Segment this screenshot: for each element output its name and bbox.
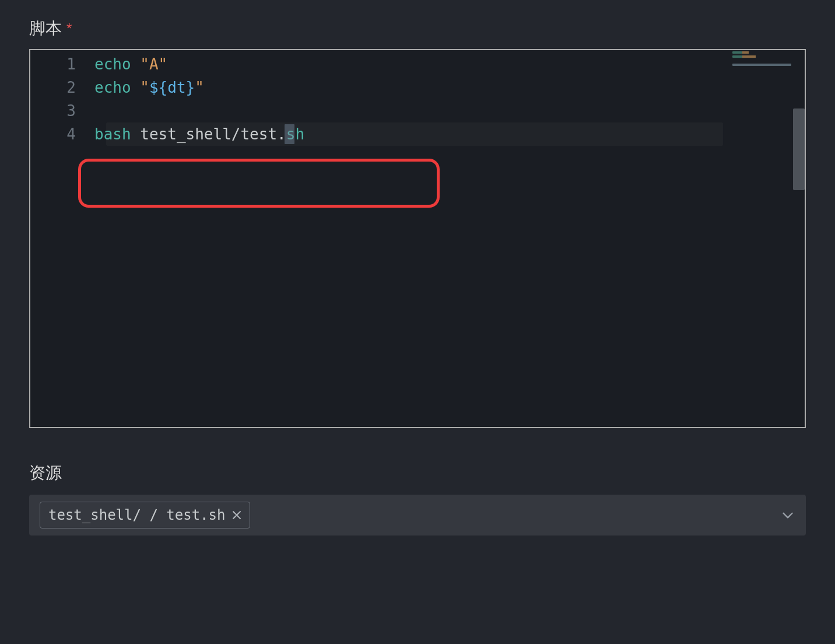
code-token [131,79,141,96]
resource-chip[interactable]: test_shell/ / test.sh [40,502,250,528]
resources-selector[interactable]: test_shell/ / test.sh [29,495,806,536]
editor-minimap[interactable] [732,51,798,92]
scrollbar-thumb[interactable] [793,108,805,190]
code-token: ${dt} [149,79,195,96]
editor-scrollbar[interactable] [793,50,805,427]
code-token: " [195,79,204,96]
resources-section-label: 资源 [29,462,806,484]
resource-chip-label: test_shell/ / test.sh [48,507,225,523]
code-line[interactable] [94,99,805,123]
line-number: 3 [30,99,76,123]
code-line[interactable]: bash test_shell/test.sh [94,123,805,146]
editor-gutter: 1234 [30,50,94,427]
minimap-line [732,64,791,66]
line-number: 2 [30,76,76,99]
code-token: " [140,79,149,96]
code-editor[interactable]: 1234 echo "A"echo "${dt}"bash test_shell… [29,49,806,428]
minimap-line [732,51,765,54]
script-label-text: 脚本 [29,18,62,40]
code-line[interactable]: echo "${dt}" [94,76,805,99]
cursor-selection [285,124,294,144]
code-token: echo [94,55,131,73]
code-token: bash [94,125,131,143]
required-indicator: * [66,20,72,37]
line-number: 1 [30,52,76,76]
line-number: 4 [30,123,76,146]
code-token: echo [94,79,131,96]
code-token [131,55,141,73]
minimap-line [732,60,798,62]
code-token: "A" [140,55,167,73]
editor-code-area[interactable]: echo "A"echo "${dt}"bash test_shell/test… [94,50,805,427]
minimap-line [732,55,771,58]
script-section-label: 脚本 * [29,18,806,40]
code-token: test_shell/test. [131,125,286,143]
close-icon[interactable] [232,510,241,520]
chevron-down-icon[interactable] [780,508,795,523]
code-line[interactable]: echo "A" [94,52,805,76]
